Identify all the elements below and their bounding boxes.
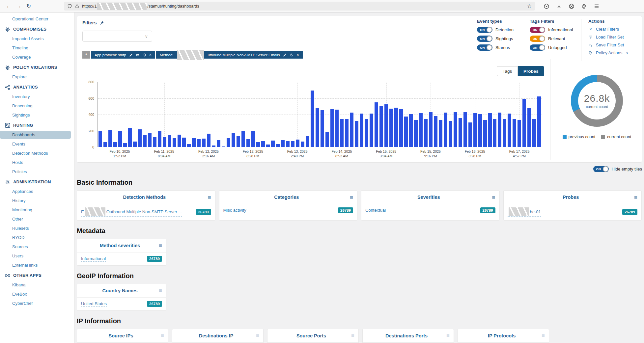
bookmark-star-icon[interactable]: ☆ <box>527 3 532 9</box>
action-load-filter-set[interactable]: Load Filter Set <box>588 35 640 40</box>
toggle-informational[interactable]: ON <box>530 27 545 33</box>
url-bar[interactable]: https://1/stamus/hunting/dashboards ☆ <box>64 2 535 11</box>
sidebar-item-history[interactable]: History <box>0 197 71 205</box>
account-icon[interactable] <box>569 3 574 9</box>
action-policy-actions[interactable]: Policy Actions∨ <box>588 50 640 55</box>
disable-icon[interactable] <box>290 53 294 57</box>
bar <box>459 118 462 147</box>
card-menu-icon[interactable]: ≡ <box>542 333 545 339</box>
bar <box>508 114 511 147</box>
card-menu-icon[interactable]: ≡ <box>446 333 450 339</box>
sidebar-item-ryod[interactable]: RYOD <box>0 233 71 242</box>
sidebar-item-evebox[interactable]: EveBox <box>0 290 71 298</box>
edit-icon[interactable] <box>129 53 133 57</box>
card-row-value[interactable]: EOutbound Multiple Non-SMTP Server ... <box>81 207 182 217</box>
card-menu-icon[interactable]: ≡ <box>634 195 637 200</box>
card-menu-icon[interactable]: ≡ <box>159 243 162 249</box>
sidebar-item-beaconing[interactable]: Beaconing <box>0 102 71 110</box>
sidebar-section-compromises[interactable]: COMPROMISES <box>0 25 74 34</box>
sidebar-item-impacted-assets[interactable]: Impacted Assets <box>0 35 71 43</box>
toggle-detection[interactable]: ON <box>477 27 492 33</box>
card-menu-icon[interactable]: ≡ <box>161 333 164 339</box>
sidebar-item-kibana[interactable]: Kibana <box>0 281 71 289</box>
card-menu-icon[interactable]: ≡ <box>492 195 495 200</box>
sidebar: Operational CenterCOMPROMISESImpacted As… <box>0 13 74 343</box>
download-icon[interactable] <box>556 3 562 9</box>
divider <box>581 19 581 61</box>
card-menu-icon[interactable]: ≡ <box>208 195 211 200</box>
pin-icon[interactable] <box>99 20 104 25</box>
close-icon[interactable]: × <box>149 53 152 57</box>
card-row-value[interactable]: United States <box>81 301 107 307</box>
sidebar-section-analytics[interactable]: ANALYTICS <box>0 83 74 92</box>
filter-select[interactable]: ∨ <box>82 31 152 42</box>
disable-icon[interactable] <box>142 53 146 57</box>
card-header: Source Ports≡ <box>267 329 358 343</box>
sidebar-item-users[interactable]: Users <box>0 252 71 260</box>
sidebar-item-explore[interactable]: Explore <box>0 73 71 81</box>
sidebar-section-other-apps[interactable]: OTHER APPS <box>0 271 74 280</box>
count-badge: 26789 <box>147 301 162 307</box>
extension-icon[interactable] <box>581 3 587 9</box>
card-menu-icon[interactable]: ≡ <box>256 333 259 339</box>
card-row-value[interactable]: be-01 <box>508 207 541 217</box>
bar <box>133 142 137 147</box>
back-arrow-icon[interactable]: ← <box>4 3 14 10</box>
card-row-value[interactable]: Contextual <box>365 208 386 213</box>
bar <box>232 133 235 147</box>
action-clear-filters[interactable]: ×Clear Filters <box>588 27 640 32</box>
bar <box>498 113 501 147</box>
swap-icon[interactable]: ⇄ <box>136 53 139 57</box>
filter-set-asterisk-icon[interactable]: * <box>82 51 90 59</box>
toggle-stamus[interactable]: ON <box>477 44 492 51</box>
sidebar-item-operational-center[interactable]: Operational Center <box>0 15 71 23</box>
hide-empty-toggle[interactable]: ON <box>593 166 609 172</box>
sidebar-item-events[interactable]: Events <box>0 140 71 148</box>
card-menu-icon[interactable]: ≡ <box>350 195 353 200</box>
sidebar-section-hunting[interactable]: HUNTING <box>0 121 74 130</box>
sidebar-item-detection-methods[interactable]: Detection Methods <box>0 149 71 157</box>
toggle-sightings[interactable]: ON <box>477 36 492 42</box>
sidebar-item-inventory[interactable]: Inventory <box>0 92 71 101</box>
action-save-filter-set[interactable]: Save Filter Set <box>588 42 640 47</box>
card-menu-icon[interactable]: ≡ <box>351 333 354 339</box>
sidebar-item-monitoring[interactable]: Monitoring <box>0 206 71 214</box>
reload-icon[interactable]: ↻ <box>24 3 34 10</box>
toggle-untagged[interactable]: ON <box>530 44 545 51</box>
sidebar-item-dashboards[interactable]: Dashboards <box>0 131 71 139</box>
card-menu-icon[interactable]: ≡ <box>159 288 162 294</box>
sidebar-item-policies[interactable]: Policies <box>0 168 71 176</box>
sidebar-item-cyberchef[interactable]: CyberChef <box>0 299 71 307</box>
bar <box>404 117 408 147</box>
sidebar-section-administration[interactable]: ADMINISTRATION <box>0 177 74 186</box>
hide-empty-label: Hide empty tiles <box>612 167 642 172</box>
sidebar-item-hosts[interactable]: Hosts <box>0 158 71 167</box>
sidebar-item-coverage[interactable]: Coverage <box>0 53 71 61</box>
pocket-icon[interactable] <box>544 3 549 9</box>
sidebar-item-sightings[interactable]: Sightings <box>0 111 71 119</box>
sidebar-item-other[interactable]: Other <box>0 215 71 223</box>
sidebar-section-policy-violations[interactable]: POLICY VIOLATIONS <box>0 63 74 72</box>
sidebar-item-timeline[interactable]: Timeline <box>0 44 71 52</box>
chevron-down-icon: ∨ <box>145 34 148 39</box>
filter-chip-1[interactable]: Method:utbound Multiple Non-SMTP Server … <box>156 51 303 59</box>
menu-icon[interactable] <box>594 3 600 9</box>
sidebar-item-appliances[interactable]: Appliances <box>0 187 71 196</box>
bar <box>419 113 423 147</box>
tags-button[interactable]: Tags <box>497 66 518 76</box>
sidebar-item-external-links[interactable]: External links <box>0 261 71 269</box>
card-title: Categories <box>223 195 350 200</box>
toggle-label: Sightings <box>495 36 513 41</box>
toggle-relevant[interactable]: ON <box>530 36 545 42</box>
close-icon[interactable]: × <box>297 53 299 57</box>
card-row-value[interactable]: Misc activity <box>223 208 246 213</box>
probes-button[interactable]: Probes <box>518 66 544 76</box>
filter-chip-0[interactable]: App protocol: smtp⇄× <box>91 51 155 59</box>
toggle-row-untagged: ONUntagged <box>530 44 579 51</box>
edit-icon[interactable] <box>283 53 287 57</box>
bar <box>360 114 363 147</box>
forward-arrow-icon[interactable]: → <box>14 3 24 10</box>
card-row-value[interactable]: Informational <box>81 256 106 262</box>
sidebar-item-rulesets[interactable]: Rulesets <box>0 224 71 232</box>
sidebar-item-sources[interactable]: Sources <box>0 243 71 251</box>
